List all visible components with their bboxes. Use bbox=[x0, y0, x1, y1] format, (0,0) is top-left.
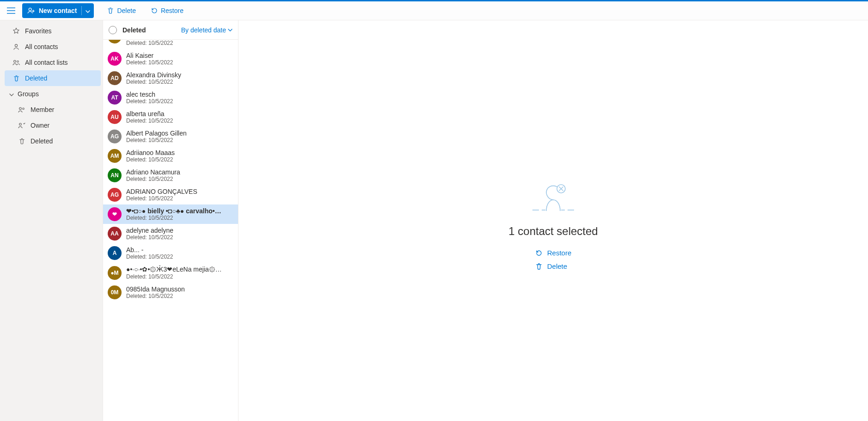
new-contact-dropdown[interactable] bbox=[82, 7, 94, 14]
detail-restore-label: Restore bbox=[547, 249, 572, 257]
sidebar: Favorites All contacts All contact lists… bbox=[0, 20, 103, 421]
chevron-down-icon bbox=[9, 90, 14, 98]
contact-deleted-date: Deleted: 10/5/2022 bbox=[126, 215, 223, 221]
avatar: AA bbox=[108, 227, 122, 241]
contact-info: Ali KaiserDeleted: 10/5/2022 bbox=[126, 52, 173, 66]
list-title: Deleted bbox=[122, 26, 146, 34]
svg-point-8 bbox=[17, 61, 19, 62]
contact-info: alberta ureñaDeleted: 10/5/2022 bbox=[126, 110, 173, 124]
contact-deleted-date: Deleted: 10/5/2022 bbox=[126, 98, 173, 105]
empty-state-illustration bbox=[519, 170, 588, 214]
contact-deleted-date: Deleted: 10/5/2022 bbox=[126, 79, 181, 85]
svg-point-10 bbox=[23, 108, 24, 110]
sidebar-item-label: Favorites bbox=[25, 27, 52, 35]
contact-name: Ali Kaiser bbox=[126, 52, 173, 59]
contact-deleted-date: Deleted: 10/5/2022 bbox=[126, 40, 173, 46]
sidebar-item-all-contact-lists[interactable]: All contact lists bbox=[0, 55, 103, 70]
contact-row[interactable]: AMAdriianoo MaaasDeleted: 10/5/2022 bbox=[103, 146, 238, 166]
contact-row[interactable]: AAb... -Deleted: 10/5/2022 bbox=[103, 243, 238, 263]
svg-point-7 bbox=[14, 60, 16, 62]
avatar: AK bbox=[108, 52, 122, 66]
restore-icon bbox=[535, 249, 543, 257]
owner-icon bbox=[18, 122, 26, 129]
contact-info: Alexandra DivinskyDeleted: 10/5/2022 bbox=[126, 71, 181, 85]
select-all-checkbox[interactable] bbox=[109, 26, 117, 34]
detail-delete-label: Delete bbox=[547, 262, 567, 270]
avatar: AN bbox=[108, 168, 122, 182]
avatar: ❤ bbox=[108, 207, 122, 221]
contact-name: Ab... - bbox=[126, 246, 173, 254]
contact-row[interactable]: AGAlbert Palagos GillenDeleted: 10/5/202… bbox=[103, 127, 238, 146]
contact-info: adelyne adelyneDeleted: 10/5/2022 bbox=[126, 227, 173, 241]
sort-button[interactable]: By deleted date bbox=[181, 26, 232, 34]
svg-point-11 bbox=[19, 123, 22, 125]
detail-pane: 1 contact selected Restore Delete bbox=[238, 20, 868, 421]
nav-toggle-button[interactable] bbox=[4, 3, 18, 18]
sort-label: By deleted date bbox=[181, 26, 226, 34]
avatar: AM bbox=[108, 149, 122, 163]
sidebar-item-favorites[interactable]: Favorites bbox=[0, 23, 103, 39]
contact-row[interactable]: ●M●•·○·•✿•۞Ӂ3❤eLeNa mejia۞Ӂ3❤●•·○·•✿Dele… bbox=[103, 263, 238, 283]
new-contact-button[interactable]: New contact bbox=[22, 3, 94, 18]
contact-info: alec teschDeleted: 10/5/2022 bbox=[126, 91, 173, 105]
command-bar: New contact Delete Restore bbox=[0, 1, 868, 20]
sidebar-group-item-member[interactable]: Member bbox=[18, 102, 103, 118]
avatar: A bbox=[108, 246, 122, 260]
svg-point-9 bbox=[19, 107, 22, 110]
contact-name: Adriano Nacamura bbox=[126, 168, 180, 176]
sidebar-item-label: Deleted bbox=[31, 137, 53, 145]
contact-info: ❤•◘○● bielly •◘○♣● carvalho•◘○♦☺…Deleted… bbox=[126, 207, 223, 221]
detail-restore-button[interactable]: Restore bbox=[535, 248, 572, 258]
avatar: AG bbox=[108, 188, 122, 202]
restore-button[interactable]: Restore bbox=[145, 3, 189, 18]
contact-deleted-date: Deleted: 10/5/2022 bbox=[126, 176, 180, 182]
contact-row[interactable]: AKAli KaiserDeleted: 10/5/2022 bbox=[103, 49, 238, 68]
svg-point-6 bbox=[15, 44, 17, 47]
contact-name: ❤•◘○● bielly •◘○♣● carvalho•◘○♦☺… bbox=[126, 207, 223, 215]
sidebar-group-item-owner[interactable]: Owner bbox=[18, 118, 103, 133]
sidebar-item-deleted[interactable]: Deleted bbox=[5, 70, 101, 86]
sidebar-group-header-groups[interactable]: Groups bbox=[0, 86, 103, 102]
new-contact-label: New contact bbox=[39, 7, 77, 14]
detail-delete-button[interactable]: Delete bbox=[535, 261, 572, 271]
contact-deleted-date: Deleted: 10/5/2022 bbox=[126, 156, 175, 163]
contact-row[interactable]: AGADRIANO GONÇALVESDeleted: 10/5/2022 bbox=[103, 185, 238, 204]
contact-info: ●•·○·•✿•۞Ӂ3❤eLeNa mejia۞Ӂ3❤●•·○·•✿Delete… bbox=[126, 266, 223, 280]
avatar: AU bbox=[108, 110, 122, 124]
member-icon bbox=[18, 106, 26, 113]
contact-deleted-date: Deleted: 10/5/2022 bbox=[126, 195, 197, 202]
delete-button[interactable]: Delete bbox=[101, 3, 141, 18]
trash-icon bbox=[12, 75, 20, 82]
avatar: AT bbox=[108, 91, 122, 105]
contact-row[interactable]: ATalec teschDeleted: 10/5/2022 bbox=[103, 88, 238, 107]
contact-name: adelyne adelyne bbox=[126, 227, 173, 234]
sidebar-item-label: Member bbox=[31, 106, 54, 113]
contact-list[interactable]: Deleted: 10/5/2022AKAli KaiserDeleted: 1… bbox=[103, 40, 238, 421]
contact-deleted-date: Deleted: 10/5/2022 bbox=[126, 118, 173, 124]
contact-row[interactable]: ADAlexandra DivinskyDeleted: 10/5/2022 bbox=[103, 68, 238, 88]
contact-info: Ab... -Deleted: 10/5/2022 bbox=[126, 246, 173, 260]
svg-point-3 bbox=[29, 8, 31, 11]
contact-row[interactable]: Deleted: 10/5/2022 bbox=[103, 40, 238, 49]
sidebar-group-item-deleted[interactable]: Deleted bbox=[18, 133, 103, 149]
restore-icon bbox=[151, 7, 158, 14]
star-icon bbox=[12, 27, 20, 35]
sidebar-item-all-contacts[interactable]: All contacts bbox=[0, 39, 103, 55]
contact-row[interactable]: AUalberta ureñaDeleted: 10/5/2022 bbox=[103, 107, 238, 127]
hamburger-icon bbox=[7, 7, 15, 14]
sidebar-item-label: Owner bbox=[31, 122, 49, 129]
contact-name: alec tesch bbox=[126, 91, 173, 98]
contact-deleted-date: Deleted: 10/5/2022 bbox=[126, 293, 185, 299]
contact-row[interactable]: AAadelyne adelyneDeleted: 10/5/2022 bbox=[103, 224, 238, 243]
contact-info: Albert Palagos GillenDeleted: 10/5/2022 bbox=[126, 130, 187, 143]
contact-name: alberta ureña bbox=[126, 110, 173, 118]
person-icon bbox=[12, 43, 20, 50]
contact-name: Alexandra Divinsky bbox=[126, 71, 181, 79]
contact-info: Adriianoo MaaasDeleted: 10/5/2022 bbox=[126, 149, 175, 163]
delete-label: Delete bbox=[117, 7, 135, 14]
contact-row[interactable]: ANAdriano NacamuraDeleted: 10/5/2022 bbox=[103, 166, 238, 185]
avatar bbox=[108, 40, 122, 43]
restore-label: Restore bbox=[161, 7, 183, 14]
contact-row[interactable]: ❤❤•◘○● bielly •◘○♣● carvalho•◘○♦☺…Delete… bbox=[103, 204, 238, 224]
contact-row[interactable]: 0M0985Ida MagnussonDeleted: 10/5/2022 bbox=[103, 283, 238, 302]
